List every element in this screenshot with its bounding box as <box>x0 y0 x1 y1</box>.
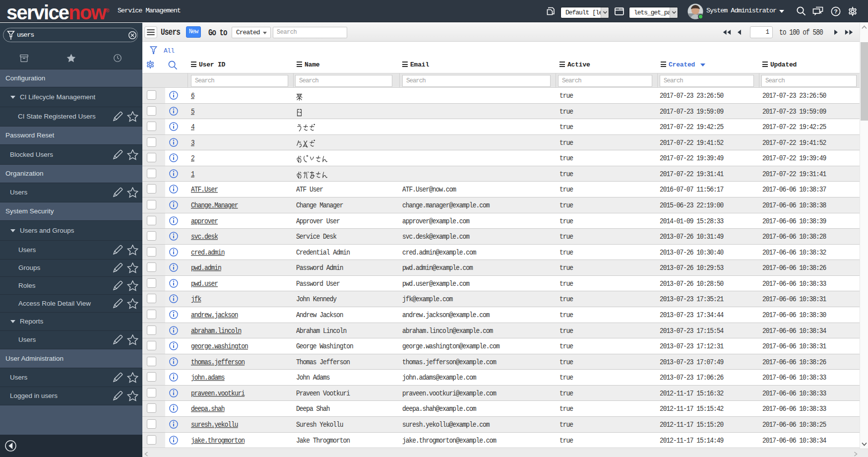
svg-text:?: ? <box>834 8 837 15</box>
